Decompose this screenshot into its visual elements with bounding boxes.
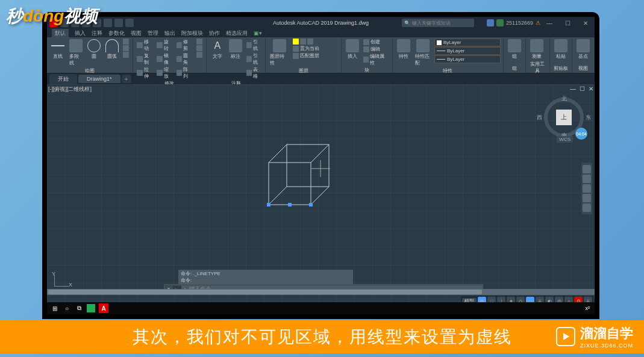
taskbar-autocad-icon[interactable]: A [99,303,108,313]
layerprops-button[interactable]: 图层特性 [268,39,290,67]
cloud-icon[interactable]: ⚠ [536,20,540,26]
user-info[interactable]: 251152669 ⚠ [487,19,540,26]
matchlayer-button[interactable]: 匹配图层 [292,52,339,59]
edit-block-button[interactable]: 编辑 [362,46,390,52]
viewcube-face[interactable]: 上 [556,110,572,125]
close-button[interactable]: ✕ [577,17,595,29]
viewcube-wcs[interactable]: WCS [557,136,573,143]
matchprops-button[interactable]: 特性匹配 [413,39,433,67]
insert-button[interactable]: 插入 [344,39,361,60]
erase-button[interactable] [195,39,204,45]
user-id: 251152669 [506,20,533,26]
fillet-button[interactable]: 圆角 [175,52,194,66]
maximize-button[interactable]: ☐ [558,17,577,29]
tab-addins[interactable]: 附加模块 [181,29,203,37]
props-button[interactable]: 特性 [395,39,412,60]
trim-button[interactable]: 修剪 [175,39,194,52]
viewcube-east[interactable]: 东 [586,114,591,122]
showmotion-button[interactable] [583,203,591,212]
fullnav-wheel-button[interactable] [583,165,591,173]
tab-add-button[interactable]: + [122,75,131,83]
doc-minimize-button[interactable]: — [570,85,576,92]
rect-button[interactable] [122,39,130,45]
app-title: Autodesk AutoCAD 2019 Drawing1.dwg [273,20,369,26]
viewcube-west[interactable]: 西 [537,114,542,122]
panel-group: 组 组 [504,37,526,73]
zixue-url: ZIXUE.3D66.COM [580,343,633,349]
rect-icon [123,39,129,45]
tab-expand-icon[interactable]: ▣▾ [254,30,262,36]
offset-button[interactable] [195,52,204,58]
grip-point[interactable] [288,203,292,206]
tab-drawing1[interactable]: Drawing1* [78,75,120,83]
circle-button[interactable]: 圆 [86,39,102,60]
scrollbar-thumb[interactable] [48,290,482,294]
notification-area[interactable]: x² [586,305,590,311]
explode-button[interactable] [195,45,204,51]
tab-start[interactable]: 开始 [49,74,77,84]
polyline-button[interactable]: 多段线 [67,39,84,67]
help-search-input[interactable]: 🔍键入关键字或短语 [402,19,474,27]
doc-close-button[interactable]: ✕ [589,85,593,92]
paste-button[interactable]: 粘贴 [552,39,569,60]
measure-button[interactable]: 测量 [528,39,545,60]
zoom-button[interactable] [583,184,591,193]
grip-point[interactable] [267,203,270,206]
text-button[interactable]: A文字 [209,39,226,60]
tab-insert[interactable]: 插入 [75,29,86,37]
tab-parametric[interactable]: 参数化 [108,29,125,37]
color-combo[interactable]: ByLayer [434,39,501,46]
tab-default[interactable]: 默认 [52,29,69,38]
copy-button[interactable]: 复制 [136,52,154,66]
stretch-icon [137,70,143,76]
tab-annotate[interactable]: 注释 [92,29,102,37]
line-button[interactable]: 直线 [49,39,66,60]
arc-button[interactable]: 圆弧 [104,39,120,60]
drawing-canvas[interactable]: [-][俯视][二维线框] — ☐ ✕ Y [47,84,595,305]
minimize-button[interactable]: — [540,17,558,29]
qa-undo-icon[interactable] [114,19,123,27]
linear-button[interactable]: 引线 [245,39,263,52]
create-block-button[interactable]: 创建 [362,39,390,45]
dim-button[interactable]: 标注 [227,39,244,60]
table-button[interactable]: 表格 [245,66,263,79]
viewcube-north[interactable]: 北 [561,95,567,103]
move-button[interactable]: 移动 [136,39,154,52]
orbit-button[interactable] [583,194,591,202]
setcurrent-button[interactable]: 置为当前 [292,45,339,52]
tab-collab[interactable]: 协作 [209,29,220,37]
viewport-label[interactable]: [-][俯视][二维线框] [48,85,92,93]
tab-featured[interactable]: 精选应用 [226,29,248,37]
tab-output[interactable]: 输出 [164,29,175,37]
panel-draw: 直线 多段线 圆 圆弧 绘图 [47,37,133,73]
ellipse-icon [123,45,129,51]
qa-redo-icon[interactable] [125,19,134,27]
hatch-button[interactable] [122,52,130,58]
base-button[interactable]: 基点 [575,39,592,60]
pan-button[interactable] [583,175,591,183]
taskview-icon[interactable]: ⧉ [75,304,83,312]
layer-lock-icon [307,39,313,45]
cortana-icon[interactable]: ○ [63,304,71,312]
group-button[interactable]: 组 [506,39,523,60]
qa-plot-icon[interactable] [104,19,112,27]
scale-button[interactable]: 缩放 [155,66,174,79]
tab-manage[interactable]: 管理 [148,29,158,37]
horizontal-scrollbar[interactable] [47,289,595,295]
edit-attr-button[interactable]: 编辑属性 [362,53,390,66]
tab-view[interactable]: 视图 [131,29,142,37]
mirror-button[interactable]: 镜像 [155,52,174,66]
start-button[interactable]: ⊞ [51,304,59,312]
stretch-button[interactable]: 拉伸 [136,66,154,79]
rotate-button[interactable]: 旋转 [155,39,174,52]
ltype-combo[interactable]: ByLayer [434,55,501,63]
doc-maximize-button[interactable]: ☐ [580,85,585,92]
lweight-combo[interactable]: ByLayer [434,47,501,55]
grip-point[interactable] [309,203,313,206]
ellipse-button[interactable] [122,45,130,51]
leader-button[interactable]: 引线 [245,52,263,66]
taskbar-app-icon[interactable] [87,304,95,312]
layer-combo[interactable] [292,39,339,45]
viewcube[interactable]: 上 北 南 东 西 04:04 [543,96,585,138]
array-button[interactable]: 阵列 [175,66,194,79]
